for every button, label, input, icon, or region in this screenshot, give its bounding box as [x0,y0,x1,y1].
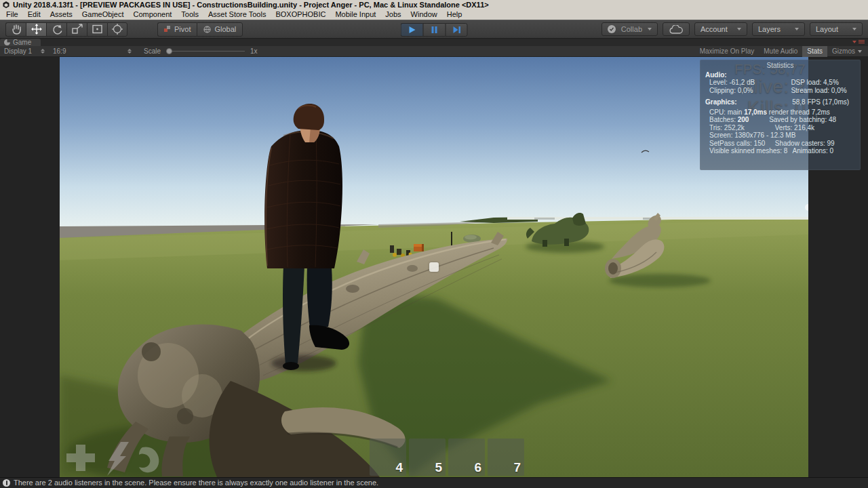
rotate-icon [49,23,65,35]
stats-toggle[interactable]: Stats [802,46,827,57]
layers-label: Layers [758,25,789,33]
menu-mobile-input[interactable]: Mobile Input [330,9,380,20]
playmode-buttons [401,23,468,37]
menu-window[interactable]: Window [406,9,442,20]
scale-label: Scale [144,47,161,55]
mute-audio-toggle[interactable]: Mute Audio [759,46,802,57]
menu-tools[interactable]: Tools [176,9,203,20]
play-button[interactable] [401,23,423,37]
graphics-tris: Tris: 252,2k [709,124,775,132]
aspect-label: 16:9 [53,47,66,55]
chevron-down-icon [648,28,652,30]
move-tool-button[interactable] [26,22,46,37]
move-icon [28,23,45,35]
step-icon [452,26,460,33]
audio-level: Level: -61,2 dB [709,79,791,87]
hotbar-slot-4[interactable]: 4 [370,439,406,476]
menu-component[interactable]: Component [128,9,176,20]
sky [60,57,808,237]
hotbar-slot-number: 7 [513,460,521,475]
collab-dropdown[interactable]: Collab [601,22,658,36]
cloud-icon [669,25,683,34]
graphics-saved-by-batching: Saved by batching: 48 [769,116,836,124]
updown-icon [127,49,132,54]
display-label: Display 1 [4,47,32,55]
cloud-button[interactable] [663,22,690,36]
main-toolbar: Pivot Global Collab Account [0,20,868,39]
menu-jobs[interactable]: Jobs [380,9,406,20]
transform-tool-button[interactable] [107,22,127,37]
tab-game[interactable]: Game [0,39,41,46]
graphics-verts: Verts: 216,4k [775,124,814,132]
energy-icon [107,442,129,476]
account-label: Account [701,25,732,33]
menu-assets[interactable]: Assets [45,9,77,20]
rotate-tool-button[interactable] [46,22,66,37]
hotbar-slot-number: 6 [474,460,481,475]
statistics-overlay: Statistics Audio: Level: -61,2 dB DSP lo… [700,60,861,170]
graphics-section-label: Graphics: [705,98,792,106]
pause-icon [431,26,438,33]
hotbar-slot-7[interactable]: 7 [488,439,524,476]
game-viewport[interactable]: FPS: 58,77 Alive: 2 Kills: 0 4 5 6 7 [60,57,808,477]
gizmos-dropdown[interactable]: Gizmos [827,46,867,57]
graphics-setpass: SetPass calls: 150 [709,140,775,148]
pivot-toggle-group: Pivot Global [157,22,243,37]
game-view-icon [4,39,10,45]
menu-asset-store-tools[interactable]: Asset Store Tools [203,9,271,20]
window-title: Unity 2018.4.13f1 - [PREVIEW PACKAGES IN… [13,0,489,9]
layout-dropdown[interactable]: Layout [810,22,863,36]
chevron-down-icon [795,28,799,30]
menu-boxophobic[interactable]: BOXOPHOBIC [271,9,330,20]
pivot-label: Pivot [174,25,191,33]
panel-menu-caret-icon [852,41,856,43]
graphics-shadow-casters: Shadow casters: 99 [775,140,835,148]
global-label: Global [214,25,236,33]
panel-context-menu-button[interactable] [852,40,865,43]
collab-check-icon [608,25,616,33]
graphics-batches: Batches: 200 [709,116,769,124]
global-toggle-button[interactable]: Global [197,22,243,37]
audio-clipping: Clipping: 0,0% [709,87,791,95]
collab-label: Collab [621,25,642,33]
tab-game-label: Game [13,39,31,46]
scale-slider[interactable] [166,51,245,52]
hand-tool-button[interactable] [5,22,26,37]
maximize-on-play-toggle[interactable]: Maximize On Play [695,46,760,57]
audio-stream-load: Stream load: 0,0% [791,87,846,95]
audio-dsp-load: DSP load: 4,5% [791,79,838,87]
account-dropdown[interactable]: Account [694,22,747,36]
game-area: FPS: 58,77 Alive: 2 Kills: 0 4 5 6 7 Sta… [0,57,868,477]
layout-label: Layout [816,25,847,33]
hotbar-slot-5[interactable]: 5 [409,439,446,476]
graphics-screen: Screen: 1380x776 - 12.3 MB [705,131,855,140]
scale-tool-button[interactable] [66,22,87,37]
menu-edit[interactable]: Edit [23,9,45,20]
hotbar: 4 5 6 7 [370,439,524,476]
updown-icon [41,49,45,54]
chevron-down-icon [858,50,862,53]
graphics-animations: Animations: 0 [793,147,834,155]
pivot-icon [164,26,171,33]
chevron-down-icon [852,28,856,30]
pause-button[interactable] [423,23,446,37]
info-icon [3,479,10,487]
rect-icon [90,23,106,35]
layers-dropdown[interactable]: Layers [752,22,805,36]
status-bar[interactable]: There are 2 audio listeners in the scene… [0,477,868,488]
audio-section-label: Audio: [705,71,855,79]
aspect-ratio-dropdown[interactable]: 16:9 [49,46,136,57]
panel-tabbar: Game [0,39,868,46]
menu-file[interactable]: File [1,9,23,20]
hotbar-slot-6[interactable]: 6 [448,439,485,476]
display-dropdown[interactable]: Display 1 [0,46,49,57]
pivot-toggle-button[interactable]: Pivot [157,22,197,37]
rect-tool-button[interactable] [87,22,107,37]
menu-help[interactable]: Help [442,9,467,20]
chevron-down-icon [737,28,741,30]
step-button[interactable] [446,23,468,37]
scale-slider-knob[interactable] [166,48,172,54]
graphics-fps: 58,8 FPS (17,0ms) [792,98,849,106]
menu-gameobject[interactable]: GameObject [77,9,129,20]
window-titlebar: Unity 2018.4.13f1 - [PREVIEW PACKAGES IN… [0,0,868,9]
